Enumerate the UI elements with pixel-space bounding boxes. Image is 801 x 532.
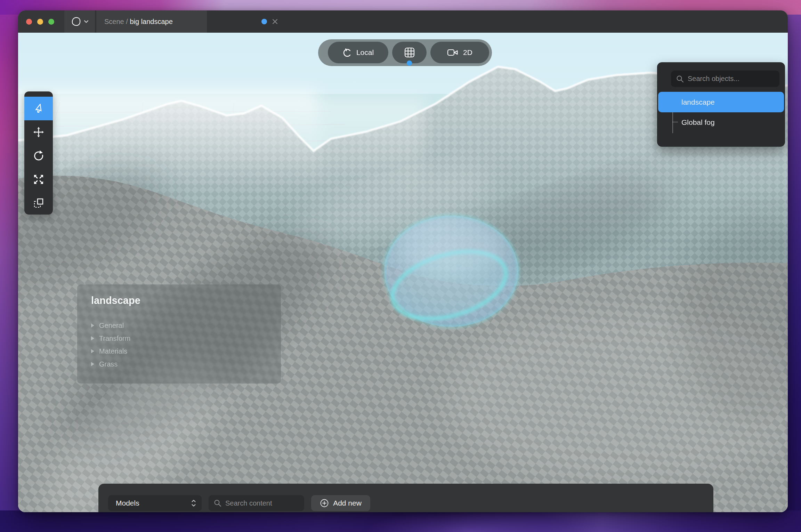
move-icon [33, 126, 44, 138]
content-search-input[interactable] [225, 499, 295, 507]
section-label: General [99, 322, 124, 330]
add-new-button[interactable]: Add new [311, 495, 370, 511]
category-label: Models [116, 499, 139, 507]
sphere-highlight [399, 220, 503, 276]
scene-title: big landscape [130, 18, 172, 25]
zoom-window-button[interactable] [48, 19, 54, 25]
tool-column [24, 91, 53, 215]
objects-panel: landscape Global fog [657, 62, 785, 147]
traffic-lights [18, 10, 64, 33]
chevron-updown-icon [191, 499, 196, 507]
section-materials[interactable]: Materials [91, 346, 127, 356]
disclosure-triangle-icon [91, 323, 94, 328]
rotate-orientation-icon [342, 48, 352, 57]
cursor-icon [33, 103, 44, 114]
close-scene-icon[interactable] [271, 18, 279, 25]
content-bar: Models Add new [98, 484, 713, 512]
section-label: Materials [99, 347, 127, 355]
app-menu-button[interactable] [64, 10, 95, 33]
local-label: Local [356, 48, 374, 57]
section-label: Transform [99, 334, 130, 342]
grid-icon [404, 47, 415, 58]
disclosure-triangle-icon [91, 349, 94, 353]
object-item-global-fog[interactable]: Global fog [658, 113, 784, 132]
camera-icon [447, 48, 459, 57]
search-icon [676, 75, 684, 83]
disclosure-triangle-icon [91, 336, 94, 340]
minimize-window-button[interactable] [37, 19, 43, 25]
section-label: Grass [99, 360, 118, 368]
select-tool-button[interactable] [24, 97, 53, 120]
section-grass[interactable]: Grass [91, 359, 118, 369]
rotate-icon [33, 150, 44, 162]
objects-search-field[interactable] [671, 71, 779, 87]
content-category-select[interactable]: Models [108, 495, 202, 511]
search-icon [213, 499, 222, 507]
scene-tab[interactable]: Scene / big landscape [96, 10, 207, 33]
properties-panel: landscape General Transform Materials Gr… [77, 284, 281, 384]
orientation-local-button[interactable]: Local [328, 42, 388, 63]
plus-circle-icon [320, 499, 329, 508]
titlebar: Scene / big landscape [18, 10, 788, 33]
app-window: Scene / big landscape Local [18, 10, 788, 512]
scale-icon [33, 174, 44, 185]
unsaved-changes-dot [261, 19, 267, 24]
viewport-toolbar: Local 2D [318, 39, 492, 66]
chevron-down-icon [84, 19, 89, 24]
content-search-field[interactable] [209, 495, 304, 511]
marquee-icon [33, 197, 44, 209]
disclosure-triangle-icon [91, 362, 94, 366]
close-window-button[interactable] [26, 19, 32, 25]
grid-toggle-button[interactable] [392, 42, 427, 63]
marquee-select-tool-button[interactable] [24, 191, 53, 215]
object-label: landscape [681, 98, 715, 106]
rotate-tool-button[interactable] [24, 144, 53, 168]
breadcrumb: Scene / big landscape [104, 18, 173, 26]
section-general[interactable]: General [91, 320, 124, 331]
camera-2d-button[interactable]: 2D [430, 42, 489, 63]
object-label: Global fog [681, 118, 715, 127]
grid-active-dot [407, 61, 412, 66]
breadcrumb-prefix: Scene / [104, 18, 130, 25]
app-logo-icon [71, 16, 81, 27]
titlebar-drag-area[interactable] [207, 10, 788, 33]
section-transform[interactable]: Transform [91, 333, 130, 344]
add-new-label: Add new [333, 499, 362, 507]
move-tool-button[interactable] [24, 120, 53, 144]
object-item-landscape[interactable]: landscape [658, 92, 784, 112]
view2d-label: 2D [463, 48, 472, 57]
objects-search-input[interactable] [688, 75, 771, 83]
scale-tool-button[interactable] [24, 168, 53, 191]
properties-title: landscape [91, 295, 140, 306]
